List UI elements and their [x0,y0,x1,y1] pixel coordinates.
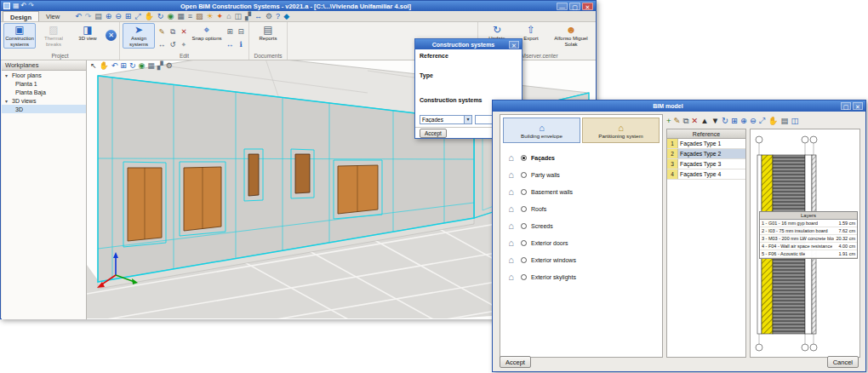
delete-icon[interactable]: ✕ [179,26,189,37]
zoom-window-icon[interactable]: ⊞ [731,115,738,126]
3d-view-button[interactable]: ◨ 3D view [71,23,104,49]
category-exterior-windows[interactable]: ⌂ Exterior windows [500,251,662,268]
select-icon[interactable]: ↖ [90,61,97,71]
door-panel[interactable] [338,165,378,214]
zoom-window-icon[interactable]: ⊞ [120,61,127,71]
match-icon[interactable]: ⌖ [179,38,189,50]
zoom-window-icon[interactable]: ⊞ [125,12,132,21]
orbit-icon[interactable]: ↻ [129,61,136,71]
move-down-icon[interactable]: ▼ [711,115,719,126]
redraw-icon[interactable]: ↻ [722,115,728,126]
tab-building-envelope[interactable]: ⌂ Building envelope [503,118,580,143]
zoom-out-icon[interactable]: ⊖ [115,12,122,21]
window-panel[interactable] [295,154,310,193]
category-basement-walls[interactable]: ⌂ Basement walls [500,183,662,200]
zoom-in-icon[interactable]: ⊕ [740,115,747,126]
undo-icon[interactable]: ↶ [21,2,27,10]
category-exterior-skylights[interactable]: ⌂ Exterior skylights [500,268,662,285]
info-icon[interactable]: ℹ [236,38,246,50]
collapse-icon[interactable]: ▾ [5,98,12,104]
add-icon[interactable]: + [666,115,671,126]
radio-button[interactable] [521,257,527,263]
layers-icon[interactable]: ≡ [188,12,192,21]
radio-button[interactable] [521,274,527,280]
radio-button[interactable] [521,155,527,161]
table-row[interactable]: 4 Façades Type 4 [667,169,745,180]
tab-view[interactable]: View [39,11,66,21]
radio-button[interactable] [521,206,527,212]
grid-icon[interactable]: ▦ [147,61,155,71]
zoom-all-icon[interactable]: ⤢ [134,12,140,21]
help-icon[interactable]: ? [276,12,280,21]
group-icon[interactable]: ⊞ [225,26,235,37]
assign-systems-button[interactable]: ➤ Assign systems [123,23,155,49]
reports-button[interactable]: ▤ Reports [252,23,284,49]
construction-system-select[interactable]: Façades ▾ [420,115,472,124]
user-account-button[interactable]: ☻ Alfonso Miguel Solak [549,23,593,49]
zoom-all-icon[interactable]: ⤢ [759,115,766,126]
main-titlebar[interactable]: ▦↶↷ Open BIM Construction Systems - v202… [1,1,596,11]
move-icon[interactable]: ↔ [157,38,167,50]
rotate-icon[interactable]: ↺ [168,38,178,50]
print-icon[interactable]: ▤ [94,12,102,21]
close-button[interactable]: ✕ [582,3,593,10]
category-party-walls[interactable]: ⌂ Party walls [500,166,662,183]
wall-section-drawing[interactable]: Layers 1 - G01 - 16 mm gyp board 1.59 cm… [750,129,860,358]
tab-design[interactable]: Design [3,11,39,21]
edit-icon[interactable]: ✎ [674,115,681,126]
textures-icon[interactable]: ▨ [196,12,203,21]
category-screeds[interactable]: ⌂ Screeds [500,217,662,234]
tree-item-floor-plans[interactable]: ▾ Floor plans [2,71,86,79]
edit-icon[interactable]: ✎ [157,26,167,37]
ungroup-icon[interactable]: ⊟ [236,26,246,37]
radio-button[interactable] [521,172,527,178]
dialog-titlebar[interactable]: BIM model ▢ ✕ [493,100,865,112]
tree-item-planta-1[interactable]: Planta 1 [2,79,86,88]
zoom-previous-icon[interactable]: ↶ [111,61,118,71]
section-icon[interactable]: ▞ [245,12,251,21]
zoom-out-icon[interactable]: ⊖ [750,115,757,126]
copy-icon[interactable]: ⧉ [683,115,689,126]
category-roofs[interactable]: ⌂ Roofs [500,200,662,217]
undo-icon[interactable]: ↶ [75,12,82,21]
construction-systems-button[interactable]: ▣ Construction systems [3,23,36,49]
close-view-button[interactable]: ✕ [106,30,117,41]
settings-icon[interactable]: ⚙ [166,61,173,71]
category-facades[interactable]: ⌂ Façades [500,149,662,166]
chevron-down-icon[interactable]: ▾ [464,116,471,123]
tree-item-3d-views[interactable]: ▾ 3D views [2,96,86,105]
table-row[interactable]: 1 Façades Type 1 [667,139,745,149]
redraw-icon[interactable]: ↻ [157,12,164,21]
table-row-selected[interactable]: 2 Façades Type 2 [667,149,745,159]
visibility-icon[interactable]: ◉ [138,61,145,71]
tree-item-planta-baja[interactable]: Planta Baja [2,88,86,96]
maximize-button[interactable]: ▢ [569,3,580,10]
settings-icon[interactable]: ⚙ [266,12,272,21]
section-icon[interactable]: ▞ [157,61,163,71]
pan-icon[interactable]: ✋ [100,61,109,71]
grid-icon[interactable]: ▦ [177,12,185,21]
flame-icon[interactable]: ✦ [217,12,224,21]
snap-options-button[interactable]: ⌖ Snap options [191,23,223,49]
move-up-icon[interactable]: ▲ [700,115,708,126]
bim-sync-icon[interactable]: ◆ [283,12,289,21]
category-exterior-doors[interactable]: ⌂ Exterior doors [500,234,662,251]
print-icon[interactable]: ▤ [780,115,788,126]
dialog-titlebar[interactable]: Construction systems ✕ [415,39,522,49]
windows-tile-icon[interactable]: ◫ [235,12,243,21]
orbit-icon[interactable]: ◉ [167,12,174,21]
radio-button[interactable] [521,223,527,229]
redo-icon[interactable]: ↷ [28,2,34,10]
collapse-icon[interactable]: ▾ [5,72,12,78]
pan-icon[interactable]: ✋ [145,12,154,21]
copy-icon[interactable]: ⧉ [168,26,178,37]
close-icon[interactable]: ✕ [853,102,863,110]
maximize-icon[interactable]: ▢ [841,102,851,110]
thermal-breaks-button[interactable]: ▨ Thermal breaks [37,23,70,49]
accept-button[interactable]: Accept [420,129,447,138]
radio-button[interactable] [521,240,527,246]
table-row[interactable]: 3 Façades Type 3 [667,159,745,169]
minimize-button[interactable]: — [557,3,568,10]
accept-button[interactable]: Accept [500,356,531,368]
tab-partitioning-system[interactable]: ⌂ Partitioning system [582,118,660,143]
